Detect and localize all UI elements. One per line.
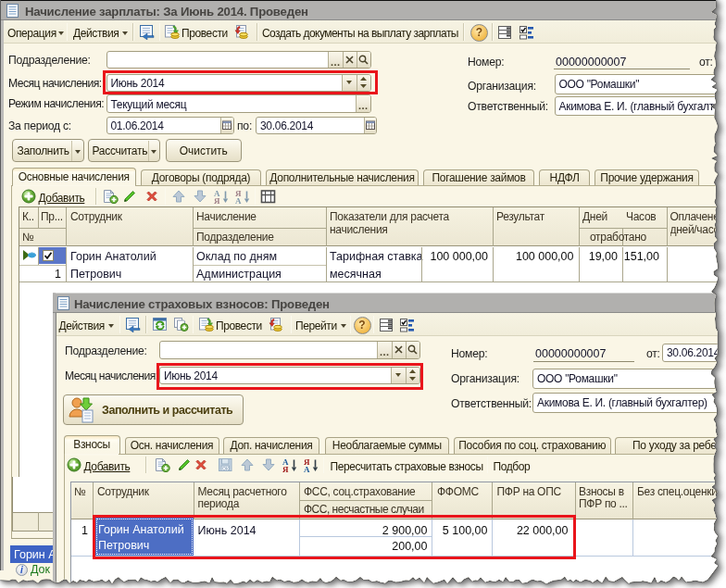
svg-text:Я: Я (282, 464, 289, 472)
svg-text:Я: Я (214, 196, 220, 205)
svg-text:ОК: ОК (222, 466, 229, 471)
svg-text:А: А (304, 464, 310, 472)
svg-text:А: А (235, 196, 242, 205)
